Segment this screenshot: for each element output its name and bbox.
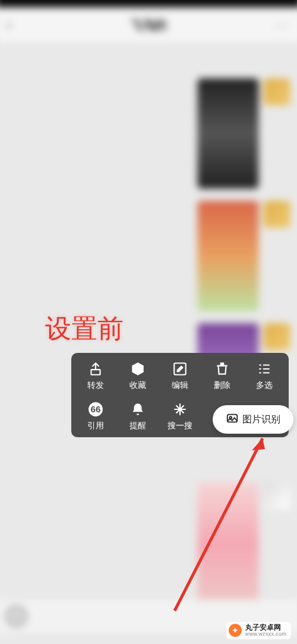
more-icon[interactable]: ···	[276, 18, 289, 32]
annotation-arrow	[163, 433, 282, 617]
action-label: 引用	[87, 421, 104, 431]
svg-text:66: 66	[91, 404, 101, 414]
image-recognition-button[interactable]: 图片识别	[213, 405, 293, 434]
image-thumbnail[interactable]	[197, 201, 258, 311]
popout-label: 图片识别	[242, 413, 280, 426]
watermark: ✦ 丸子安卓网 www.wzsxx.com	[226, 622, 291, 639]
action-label: 收藏	[129, 380, 146, 391]
quote-icon: 66	[88, 402, 103, 417]
chat-header: ‹ 飞鸟的 ···	[0, 8, 297, 42]
chat-title: 飞鸟的	[130, 17, 167, 33]
annotation-before-label: 设置前	[45, 311, 124, 346]
svg-rect-0	[91, 370, 100, 375]
favorite-button[interactable]: 收藏	[117, 361, 159, 391]
avatar[interactable]	[264, 323, 290, 350]
multi-select-button[interactable]: 多选	[243, 361, 285, 391]
edit-square-icon	[172, 361, 188, 377]
delete-button[interactable]: 删除	[201, 361, 243, 391]
action-label: 多选	[256, 380, 273, 391]
list-check-icon	[257, 361, 272, 377]
avatar[interactable]	[264, 201, 290, 228]
trash-icon	[214, 361, 230, 377]
avatar[interactable]	[264, 78, 290, 105]
share-up-icon	[88, 361, 103, 377]
action-label: 删除	[214, 380, 230, 391]
search-button[interactable]: 搜一搜	[159, 402, 201, 431]
action-label: 转发	[87, 380, 104, 391]
watermark-logo-icon: ✦	[229, 624, 242, 637]
back-icon[interactable]: ‹	[7, 17, 11, 33]
forward-button[interactable]: 转发	[75, 361, 117, 391]
image-thumbnail[interactable]	[197, 78, 258, 188]
remind-button[interactable]: 提醒	[117, 402, 159, 431]
voice-input-button[interactable]: ))	[7, 607, 26, 626]
bell-icon	[130, 402, 146, 417]
action-label: 编辑	[172, 380, 188, 391]
action-label: 提醒	[129, 421, 146, 431]
cube-icon	[130, 361, 146, 377]
quote-button[interactable]: 66 引用	[75, 402, 117, 431]
image-icon	[226, 412, 239, 427]
status-bar	[0, 0, 297, 8]
message-row[interactable]	[197, 201, 290, 311]
sound-wave-icon: ))	[13, 611, 20, 622]
watermark-url: www.wzsxx.com	[245, 632, 286, 637]
edit-button[interactable]: 编辑	[159, 361, 201, 391]
action-label: 搜一搜	[168, 421, 192, 431]
spark-icon	[172, 402, 188, 417]
message-row[interactable]	[197, 78, 290, 188]
svg-line-6	[175, 438, 263, 611]
